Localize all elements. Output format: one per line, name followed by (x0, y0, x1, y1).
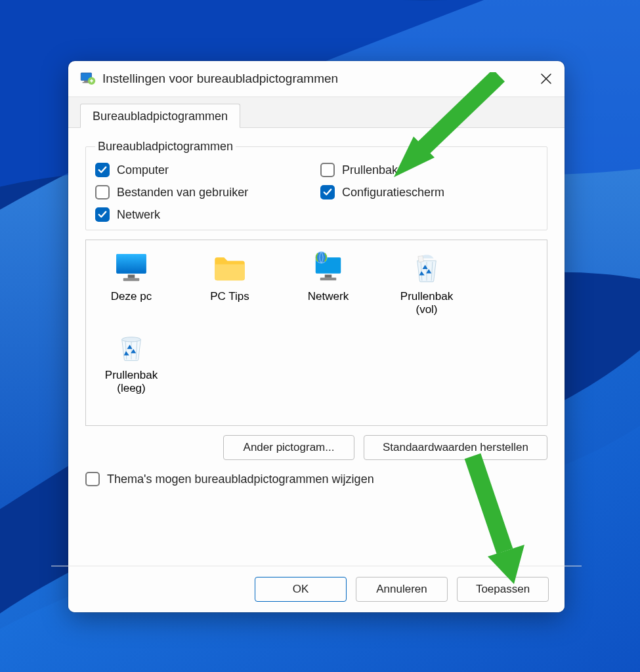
checkbox-computer[interactable]: Computer (95, 163, 312, 177)
icon-preview-panel[interactable]: Deze pc PC Tips (85, 240, 547, 426)
recycle-bin-empty-icon (112, 328, 151, 365)
svg-rect-16 (418, 256, 423, 262)
icon-item-user-folder[interactable]: PC Tips (194, 249, 266, 316)
svg-point-17 (122, 337, 141, 342)
checkbox-user-files-label: Bestanden van gebruiker (117, 186, 248, 200)
checkbox-computer-label: Computer (117, 163, 169, 177)
svg-rect-10 (128, 275, 135, 278)
change-icon-button[interactable]: Ander pictogram... (223, 435, 354, 460)
svg-rect-13 (325, 275, 332, 278)
cancel-button[interactable]: Annuleren (356, 577, 448, 602)
svg-rect-7 (91, 79, 93, 83)
apply-button[interactable]: Toepassen (457, 577, 549, 602)
tab-strip: Bureaubladpictogrammen (68, 96, 565, 128)
tab-desktop-icons[interactable]: Bureaubladpictogrammen (80, 104, 240, 128)
desktop-icons-group: Bureaubladpictogrammen Computer Prullenb… (85, 140, 547, 230)
checkbox-user-files[interactable]: Bestanden van gebruiker (95, 185, 312, 200)
tab-body: Bureaubladpictogrammen Computer Prullenb… (68, 128, 565, 562)
svg-rect-9 (116, 254, 146, 274)
svg-rect-11 (123, 278, 140, 281)
icon-item-recycle-full[interactable]: Prullenbak (vol) (391, 249, 463, 316)
icon-item-this-pc[interactable]: Deze pc (95, 249, 167, 316)
dialog-icon (79, 70, 96, 87)
icon-item-network[interactable]: Netwerk (292, 249, 364, 316)
close-button[interactable] (528, 61, 565, 96)
checkbox-network[interactable]: Netwerk (95, 207, 312, 222)
group-legend: Bureaubladpictogrammen (95, 140, 236, 154)
close-icon (540, 73, 552, 85)
checkbox-allow-themes[interactable]: Thema's mogen bureaubladpictogrammen wij… (85, 472, 547, 486)
desktop-icon-settings-dialog: Instellingen voor bureaubladpictogrammen… (68, 61, 565, 612)
svg-rect-14 (320, 278, 337, 280)
icon-item-recycle-empty[interactable]: Prullenbak (leeg) (95, 328, 167, 395)
ok-button[interactable]: OK (255, 577, 347, 602)
checkbox-recycle-bin-label: Prullenbak (342, 163, 398, 177)
network-icon (309, 249, 348, 286)
dialog-title: Instellingen voor bureaubladpictogrammen (102, 72, 528, 86)
icon-item-user-folder-label: PC Tips (210, 290, 249, 303)
titlebar: Instellingen voor bureaubladpictogrammen (68, 61, 565, 96)
restore-defaults-button[interactable]: Standaardwaarden herstellen (364, 435, 547, 460)
icon-item-recycle-full-label: Prullenbak (vol) (391, 290, 463, 316)
icon-item-recycle-empty-label: Prullenbak (leeg) (95, 369, 167, 395)
icon-item-this-pc-label: Deze pc (111, 290, 152, 303)
this-pc-icon (112, 249, 151, 286)
folder-icon (210, 249, 249, 286)
dialog-footer: OK Annuleren Toepassen (68, 566, 565, 612)
checkbox-network-label: Netwerk (117, 208, 160, 222)
checkbox-control-panel-label: Configuratiescherm (342, 186, 444, 200)
checkbox-recycle-bin[interactable]: Prullenbak (320, 163, 538, 177)
recycle-bin-full-icon (407, 249, 446, 286)
checkbox-control-panel[interactable]: Configuratiescherm (320, 185, 538, 200)
checkbox-allow-themes-label: Thema's mogen bureaubladpictogrammen wij… (107, 472, 374, 486)
svg-rect-3 (84, 81, 89, 82)
icon-item-network-label: Netwerk (308, 290, 349, 303)
